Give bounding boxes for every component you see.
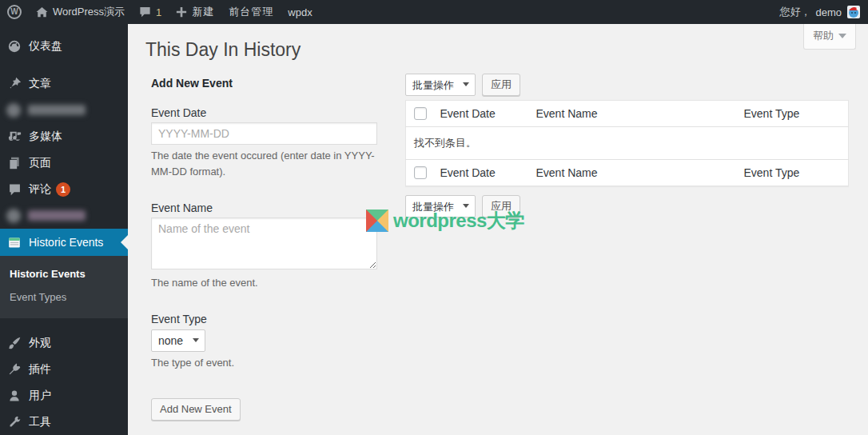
help-label: 帮助 [813, 29, 834, 43]
calendar-icon [6, 234, 22, 250]
event-date-description: The date the event occured (enter date i… [151, 148, 377, 180]
column-header-event-name[interactable]: Event Name [528, 101, 736, 127]
greeting-text: 您好， [779, 5, 815, 19]
table-header-row: Event Date Event Name Event Type [406, 101, 849, 127]
help-button[interactable]: 帮助 [803, 24, 856, 50]
column-header-event-date[interactable]: Event Date [432, 101, 528, 127]
sidebar-item-dashboard[interactable]: 仪表盘 [0, 33, 128, 59]
admin-bar: W WordPress演示 1 新建 前台管理 wpdx 您好， [0, 0, 868, 24]
sidebar-item-label: 多媒体 [29, 130, 62, 144]
sidebar-item-plugins[interactable]: 插件 [0, 356, 128, 382]
dashboard-icon [6, 38, 22, 54]
sidebar-item-users[interactable]: 用户 [0, 382, 128, 409]
add-new-event-button[interactable]: Add New Event [151, 398, 241, 421]
bulk-actions-select-top[interactable]: 批量操作 [405, 74, 476, 96]
wpdx-button[interactable]: wpdx [281, 0, 319, 24]
sidebar-item-label: 评论 [29, 182, 51, 197]
site-name-button[interactable]: WordPress演示 [29, 0, 132, 24]
submenu-item-event-types[interactable]: Event Types [0, 285, 128, 309]
comments-count-badge: 1 [56, 182, 70, 197]
sidebar-item-label: 外观 [29, 336, 51, 350]
redacted-content [6, 209, 86, 223]
event-name-label: Event Name [151, 202, 377, 214]
sidebar-item-label: Historic Events [29, 236, 103, 249]
sidebar-item-posts[interactable]: 文章 [0, 70, 128, 97]
comments-icon [6, 182, 22, 198]
sidebar-item-redacted-1[interactable] [0, 97, 128, 123]
event-name-description: The name of the event. [151, 275, 377, 291]
wordpress-logo-button[interactable]: W [0, 0, 29, 24]
sidebar-item-pages[interactable]: 页面 [0, 150, 128, 176]
sidebar-item-historic-events[interactable]: Historic Events [0, 229, 128, 256]
empty-row: 找不到条目。 [406, 127, 849, 160]
plugins-icon [6, 361, 22, 377]
column-header-event-date[interactable]: Event Date [432, 160, 528, 186]
column-header-event-type[interactable]: Event Type [736, 160, 849, 186]
historic-events-submenu: Historic Events Event Types [0, 256, 128, 318]
sidebar-item-comments[interactable]: 评论 1 [0, 176, 128, 202]
users-icon [6, 388, 22, 404]
pin-icon [6, 76, 22, 92]
table-footer-row: Event Date Event Name Event Type [406, 160, 849, 186]
sidebar-item-label: 文章 [29, 77, 51, 91]
select-all-checkbox[interactable] [414, 107, 427, 120]
event-name-textarea[interactable] [151, 218, 377, 269]
event-type-description: The type of event. [151, 355, 377, 371]
event-type-label: Event Type [151, 313, 377, 325]
sidebar-item-appearance[interactable]: 外观 [0, 329, 128, 356]
tools-icon [6, 414, 22, 430]
comment-count: 1 [156, 6, 161, 18]
sidebar-item-redacted-2[interactable] [0, 202, 128, 229]
bulk-actions-bar-bottom: 批量操作 应用 [405, 195, 849, 218]
site-name-label: WordPress演示 [53, 5, 125, 19]
sidebar-item-media[interactable]: 多媒体 [0, 123, 128, 150]
page-title: This Day In History [145, 38, 849, 62]
comments-menu-button[interactable]: 1 [132, 0, 169, 24]
content-area: 帮助 This Day In History Add New Event Eve… [128, 24, 868, 435]
media-icon [6, 129, 22, 145]
form-heading: Add New Event [151, 77, 377, 90]
apply-button-top[interactable]: 应用 [482, 74, 520, 96]
avatar[interactable] [847, 6, 860, 18]
username-link[interactable]: demo [815, 6, 842, 18]
current-menu-arrow [121, 235, 128, 249]
column-header-event-name[interactable]: Event Name [528, 160, 736, 186]
select-all-checkbox[interactable] [414, 166, 427, 179]
wordpress-logo-icon: W [7, 5, 22, 19]
wpdx-label: wpdx [288, 6, 312, 18]
add-new-event-form: Add New Event Event Date The date the ev… [151, 74, 377, 421]
new-label: 新建 [192, 5, 214, 19]
plus-icon [176, 6, 187, 18]
home-icon [36, 6, 48, 18]
column-header-event-type[interactable]: Event Type [736, 101, 849, 127]
pages-icon [6, 155, 22, 171]
events-list-panel: 批量操作 应用 Event Date Event Name Event Type [405, 74, 849, 421]
sidebar-item-label: 插件 [29, 362, 51, 377]
event-date-label: Event Date [151, 106, 377, 119]
sidebar: 仪表盘 文章 多媒体 页面 [0, 24, 128, 435]
apply-button-bottom[interactable]: 应用 [482, 195, 520, 218]
sidebar-item-label: 用户 [29, 389, 51, 403]
events-table: Event Date Event Name Event Type 找不到条目。 … [405, 100, 849, 186]
sidebar-item-tools[interactable]: 工具 [0, 409, 128, 435]
front-manage-button[interactable]: 前台管理 [221, 0, 281, 24]
sidebar-item-label: 仪表盘 [29, 39, 62, 54]
bulk-actions-select-bottom[interactable]: 批量操作 [405, 195, 476, 218]
menu-separator [0, 59, 128, 70]
event-date-input[interactable] [151, 122, 377, 145]
new-content-button[interactable]: 新建 [169, 0, 221, 24]
wordpress-logo-letter: W [10, 8, 18, 16]
appearance-icon [6, 335, 22, 351]
menu-separator [0, 318, 128, 329]
empty-message: 找不到条目。 [406, 127, 849, 160]
sidebar-item-label: 工具 [29, 415, 51, 429]
submenu-item-historic-events[interactable]: Historic Events [0, 262, 128, 285]
chevron-down-icon [838, 34, 846, 38]
front-manage-label: 前台管理 [229, 5, 273, 19]
event-type-select[interactable]: none [151, 329, 205, 352]
comment-bubble-icon [139, 6, 151, 18]
sidebar-item-label: 页面 [29, 156, 51, 170]
redacted-content [6, 103, 86, 118]
bulk-actions-bar-top: 批量操作 应用 [405, 74, 849, 96]
